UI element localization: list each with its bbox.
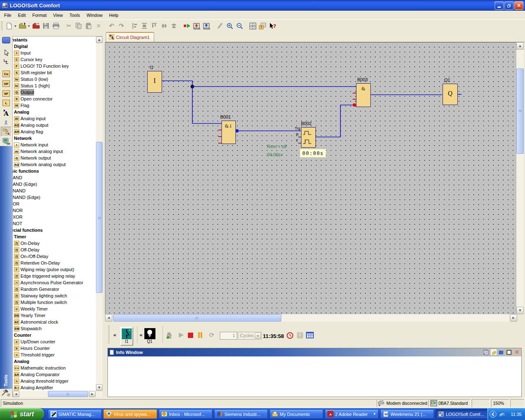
tree-item-or[interactable]: 1OR (13, 201, 96, 207)
sim-input-i1-button[interactable]: I1 (120, 327, 133, 346)
tree-item-wiping-relay-pulse-output-[interactable]: ΓWiping relay (pulse output) (14, 266, 96, 273)
menu-window[interactable]: Window (83, 11, 106, 19)
cycles-input[interactable]: 1 (220, 332, 237, 340)
connector-tool[interactable] (0, 58, 12, 65)
align-left-button[interactable] (139, 21, 149, 31)
align-top-button[interactable] (149, 21, 159, 31)
tree-item-on-delay[interactable]: ∏On-Delay (14, 240, 96, 247)
tree-item-up-down-counter[interactable]: ±Up/Down counter (14, 338, 96, 345)
block-b003[interactable]: & (356, 83, 371, 107)
toolbar-grip[interactable] (1, 21, 2, 30)
canvas-hscroll-thumb[interactable] (113, 314, 281, 322)
canvas-scroll-up[interactable]: ▲ (516, 42, 524, 50)
play-button[interactable] (178, 332, 185, 339)
tray-collapse-chevron[interactable] (489, 410, 497, 418)
block-b002[interactable] (301, 127, 316, 148)
menu-view[interactable]: View (50, 11, 66, 19)
tree-item-mathematic-instruction[interactable]: +=Mathematic instruction (14, 365, 96, 371)
new-document-dropdown[interactable]: ▼ (14, 21, 18, 31)
canvas-scroll-down[interactable]: ▼ (516, 307, 524, 314)
canvas-vscroll-thumb[interactable] (516, 68, 524, 154)
undo-button[interactable]: ↶ (107, 21, 116, 31)
pencil-button[interactable] (215, 21, 225, 31)
tab-circuit-diagram[interactable]: Circuit Diagram1 (106, 32, 154, 42)
loop-icon[interactable]: ⟳ (209, 331, 215, 339)
distribute-v-button[interactable] (169, 21, 179, 31)
delete-button[interactable]: ✕ (94, 21, 103, 31)
info-maximize-button[interactable] (506, 349, 513, 356)
tree-section-analog[interactable]: Analog (14, 358, 96, 365)
upload-plc-button[interactable] (202, 21, 212, 31)
align-vertical-button[interactable] (130, 21, 139, 31)
tree-item-status-0-low-[interactable]: loStatus 0 (low) (14, 76, 96, 82)
copy-info-button[interactable] (482, 349, 489, 356)
tree-scroll-up[interactable]: ▲ (96, 37, 103, 43)
tree-item-output[interactable]: QOutput (14, 89, 96, 96)
output-group-collapse[interactable]: « (139, 332, 143, 338)
canvas-scroll-right[interactable]: ▶ (510, 314, 517, 322)
paste-button[interactable] (84, 21, 94, 31)
tree-item-off-delay[interactable]: ∏Off-Delay (14, 247, 96, 253)
tree-item-astronomical-clock[interactable]: ACAstronomical clock (14, 319, 96, 325)
tree-item-cursor-key[interactable]: CCursor key (14, 56, 96, 63)
tree-item-threshold-trigger[interactable]: ∩Threshold trigger (14, 352, 96, 358)
input-group-collapse[interactable]: « (113, 332, 116, 338)
stop-button[interactable] (188, 333, 193, 339)
clear-info-button[interactable] (490, 349, 497, 356)
tree-item-network-analog-input[interactable]: AINetwork analog input (14, 148, 96, 155)
tree-item-analog-flag[interactable]: AMAnalog flag (14, 128, 96, 135)
canvas-hscrollbar[interactable]: ◀ ▶ (105, 314, 517, 322)
menu-format[interactable]: Format (29, 11, 50, 19)
tree-section-constants[interactable]: Constants (13, 37, 96, 43)
circuit-diagram-tool[interactable] (0, 127, 12, 137)
circuit-canvas[interactable]: TrgRT I1IB001&↓B002B003&Q1QRem = off04:0… (105, 42, 516, 314)
tree-item-stopwatch[interactable]: SWStopwatch (14, 325, 96, 332)
tree-item-nand[interactable]: &NAND (13, 187, 96, 194)
start-simulation-button[interactable] (182, 21, 192, 31)
constants-tool[interactable]: Co (0, 71, 12, 77)
block-i1[interactable]: I (147, 71, 162, 93)
print-button[interactable] (51, 21, 61, 31)
connect-plc-icon[interactable] (166, 331, 175, 340)
open-file-dropdown[interactable]: ▼ (27, 21, 31, 31)
tree-scroll-down[interactable]: ▼ (96, 384, 103, 391)
save-button[interactable] (41, 21, 51, 31)
taskbar-task-weekmenu-21[interactable]: WWeekmenu 21 (... (380, 409, 434, 419)
taskbar-task-simatic-manag[interactable]: SIMATIC Manag... (48, 409, 102, 419)
tree-item-yearly-timer[interactable]: DDYearly Timer (14, 312, 96, 319)
tree-item-and[interactable]: &AND (13, 174, 96, 181)
menu-edit[interactable]: Edit (15, 11, 29, 19)
tree-item-analog-output[interactable]: AQAnalog output (14, 122, 96, 128)
tree-item-analog-comparator[interactable]: ΔAAnalog Comparator (14, 371, 96, 378)
menu-help[interactable]: Help (106, 11, 122, 19)
taskbar-task-logo-soft-comf[interactable]: LOGO!Soft Comf... (436, 409, 489, 419)
tree-item-nor[interactable]: 1NOR (13, 207, 96, 214)
tree-scroll-left[interactable]: ◀ (13, 391, 19, 397)
tree-item-not[interactable]: 1NOT (13, 220, 96, 227)
tree-item-analog-input[interactable]: AIAnalog input (14, 115, 96, 122)
tree-item-network-output[interactable]: QNetwork output (14, 155, 96, 161)
power-loss-icon[interactable] (297, 332, 304, 340)
tree-item-open-connector[interactable]: XOpen connector (14, 96, 96, 102)
plc-tool[interactable] (0, 138, 12, 145)
taskbar-task-inbox-microsof[interactable]: Inbox - Microsof... (159, 409, 212, 419)
split-window-button[interactable]: 1234 (248, 21, 258, 31)
simbar-grip[interactable] (108, 326, 110, 344)
tree-vscrollbar[interactable]: ▲ ▼ (96, 37, 103, 391)
pointer-tool[interactable] (0, 49, 12, 56)
open-project-button[interactable] (31, 21, 41, 31)
tree-item-random-generator[interactable]: ∏Random Generator (14, 286, 96, 292)
menu-tools[interactable]: Tools (66, 11, 83, 19)
cut-connection-tool[interactable]: ✂ (0, 119, 12, 126)
tree-item-analog-amplifier[interactable]: A→Analog Amplifier (14, 384, 96, 391)
block-q1[interactable]: Q (443, 84, 458, 105)
tree-item-stairway-lighting-switch[interactable]: ∏Stairway lighting switch (14, 292, 96, 299)
start-button[interactable]: start (0, 408, 44, 420)
tree-item-and-edge-[interactable]: &AND (Edge) (13, 181, 96, 187)
tree-vscroll-thumb[interactable] (96, 142, 103, 293)
tree-item-hours-counter[interactable]: hHours Counter (14, 345, 96, 352)
download-plc-button[interactable] (192, 21, 202, 31)
tree-item-analog-threshold-trigger[interactable]: ∩Analog threshold trigger (14, 378, 96, 384)
text-tool[interactable]: A (0, 109, 12, 117)
task-dropdown[interactable]: ▼ (373, 412, 376, 416)
